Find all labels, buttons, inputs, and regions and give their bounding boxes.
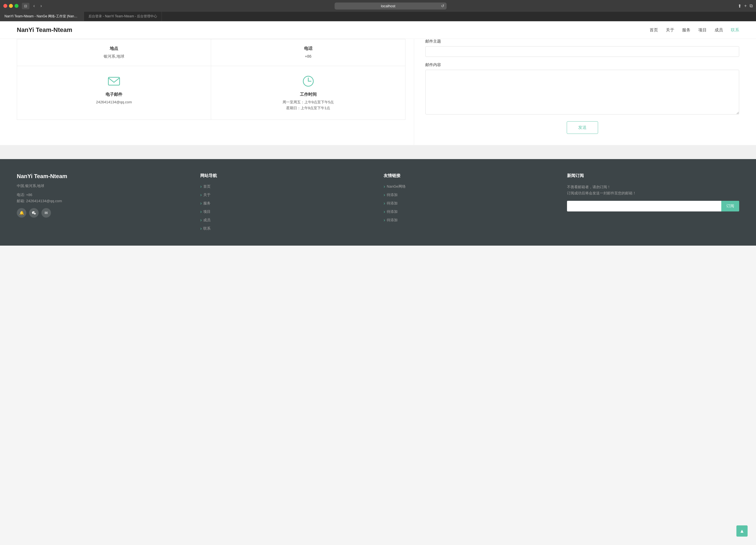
subscribe-input[interactable] [567,201,721,211]
contact-right: 邮件主题 邮件内容 发送 [414,39,739,145]
footer: NanYi Team-Nteam 中国,银河系,地球 电话: +86 邮箱: 2… [0,159,756,246]
footer-nav-members[interactable]: 成员 [200,218,372,223]
footer-link-2[interactable]: 待添加 [384,192,556,197]
email-footer-icon[interactable]: ✉ [41,208,51,218]
tab-2[interactable]: 后台登录 - NanYi Team-Nteam - 后台管理中心 [84,12,162,21]
notification-icon[interactable]: 🔔 [17,208,26,218]
browser-actions: ⬆ + ⧉ [738,3,753,9]
wechat-icon[interactable] [29,208,39,218]
footer-nav-title: 网站导航 [200,173,372,178]
location-value: 银河系,地球 [25,54,202,59]
subject-group: 邮件主题 [425,39,739,57]
sidebar-toggle-button[interactable]: ⊟ [22,3,29,9]
website: NanYi Team-Nteam 首页 关于 服务 项目 成员 联系 地点 银河… [0,21,756,246]
site-logo: NanYi Team-Nteam [17,26,72,34]
svg-rect-0 [108,77,120,85]
contact-left: 地点 银河系,地球 电话 +86 电子邮件 [17,39,414,145]
footer-link-4[interactable]: 待添加 [384,209,556,214]
subscribe-form: 订阅 [567,201,739,211]
send-button-wrap: 发送 [425,121,739,134]
subscribe-button[interactable]: 订阅 [721,201,739,211]
nav-contact[interactable]: 联系 [731,27,739,33]
new-tab-button[interactable]: + [744,3,747,9]
hours-value: 周一至周五：上午9点至下午5点 星期日：上午9点至下午1点 [220,99,397,111]
minimize-button[interactable] [9,4,13,8]
site-nav: 首页 关于 服务 项目 成员 联系 [650,27,739,33]
location-card: 地点 银河系,地球 [17,39,211,66]
location-phone-grid: 地点 银河系,地球 电话 +86 [17,39,405,66]
subject-input[interactable] [425,46,739,57]
forward-button[interactable]: › [39,2,43,10]
footer-nav-contact[interactable]: 联系 [200,226,372,231]
content-textarea[interactable] [425,70,739,115]
nav-services[interactable]: 服务 [682,27,690,33]
back-button[interactable]: ‹ [32,2,36,10]
tab-1[interactable]: NanYi Team-Nteam - NanGe 网络-工作室 |NanGe网络… [0,12,84,21]
footer-grid: NanYi Team-Nteam 中国,银河系,地球 电话: +86 邮箱: 2… [17,173,739,234]
traffic-lights [3,4,18,8]
address-bar[interactable] [335,3,447,10]
nav-about[interactable]: 关于 [666,27,674,33]
nav-home[interactable]: 首页 [650,27,658,33]
email-title: 电子邮件 [25,92,202,97]
footer-newsletter: 新闻订阅 不善看邮箱者，请勿订阅！ 订阅成功后将会发送一封邮件至您的邮箱！ 订阅 [567,173,739,234]
email-card: 电子邮件 2426414134@qq.com [17,66,211,120]
footer-link-5[interactable]: 待添加 [384,218,556,223]
footer-nav-home[interactable]: 首页 [200,184,372,189]
subject-label: 邮件主题 [425,39,739,44]
share-button[interactable]: ⬆ [738,3,741,9]
footer-news-desc: 不善看邮箱者，请勿订阅！ 订阅成功后将会发送一封邮件至您的邮箱！ [567,184,739,196]
footer-phone: 电话: +86 [17,192,189,197]
footer-address: 中国,银河系,地球 [17,183,189,188]
close-button[interactable] [3,4,7,8]
phone-title: 电话 [220,46,397,51]
email-icon [107,74,121,88]
footer-logo: NanYi Team-Nteam [17,173,189,180]
footer-links: 友情链接 NanGe网络 待添加 待添加 待添加 待添加 [384,173,556,234]
footer-news-title: 新闻订阅 [567,173,739,178]
tab-bar: NanYi Team-Nteam - NanGe 网络-工作室 |NanGe网络… [0,12,756,21]
footer-nav-projects[interactable]: 项目 [200,209,372,214]
footer-brand: NanYi Team-Nteam 中国,银河系,地球 电话: +86 邮箱: 2… [17,173,189,234]
footer-nav-about[interactable]: 关于 [200,192,372,197]
phone-card: 电话 +86 [211,39,405,66]
footer-link-nange[interactable]: NanGe网络 [384,184,556,189]
browser-chrome: ⊟ ‹ › ↺ ⬆ + ⧉ [0,0,756,12]
gray-band [0,145,756,159]
footer-link-3[interactable]: 待添加 [384,201,556,206]
contact-layout: 地点 银河系,地球 电话 +86 电子邮件 [0,39,756,145]
reload-button[interactable]: ↺ [441,4,444,8]
footer-icons: 🔔 ✉ [17,208,189,218]
nav-members[interactable]: 成员 [715,27,723,33]
phone-value: +86 [220,54,397,59]
content-group: 邮件内容 [425,62,739,116]
nav-projects[interactable]: 项目 [698,27,707,33]
footer-nav-services[interactable]: 服务 [200,201,372,206]
site-header: NanYi Team-Nteam 首页 关于 服务 项目 成员 联系 [0,21,756,39]
hours-title: 工作时间 [220,92,397,97]
footer-email: 邮箱: 2426414134@qq.com [17,199,189,204]
email-value: 2426414134@qq.com [25,99,202,105]
content-label: 邮件内容 [425,62,739,67]
browser-toolbar: ⊟ ‹ › ↺ ⬆ + ⧉ [22,2,753,10]
fullscreen-button[interactable] [15,4,18,8]
email-time-grid: 电子邮件 2426414134@qq.com 工作时间 周一至周五：上午9点至下… [17,66,405,120]
split-view-button[interactable]: ⧉ [750,3,753,9]
send-button[interactable]: 发送 [567,121,598,134]
address-bar-wrap: ↺ [335,3,447,10]
footer-nav: 网站导航 首页 关于 服务 项目 成员 联系 [200,173,372,234]
location-title: 地点 [25,46,202,51]
footer-links-title: 友情链接 [384,173,556,178]
clock-icon [302,74,315,88]
hours-card: 工作时间 周一至周五：上午9点至下午5点 星期日：上午9点至下午1点 [211,66,405,120]
